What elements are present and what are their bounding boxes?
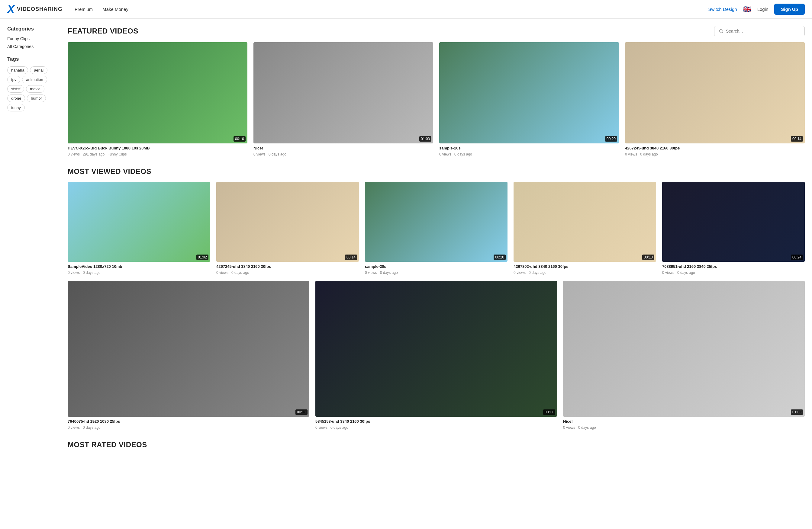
mv-duration-2: 00:14 bbox=[345, 254, 357, 260]
signup-button[interactable]: Sign Up bbox=[774, 4, 805, 15]
main-nav: Premium Make Money bbox=[75, 6, 708, 12]
mv-video-2[interactable]: 00:14 4267245-uhd 3840 2160 30fps 0 view… bbox=[216, 182, 359, 275]
mv-duration-4: 00:13 bbox=[642, 254, 654, 260]
tag-drone[interactable]: drone bbox=[7, 94, 25, 102]
featured-video-2[interactable]: 01:03 Nice! 0 views 0 days ago bbox=[253, 42, 433, 157]
mv-video-4[interactable]: 00:13 4267802-uhd 3840 2160 30fps 0 view… bbox=[513, 182, 656, 275]
tag-humor[interactable]: humor bbox=[27, 94, 46, 102]
featured-video-1[interactable]: 00:10 HEVC-X265-Big Buck Bunny 1080 10s … bbox=[68, 42, 247, 157]
featured-views-4: 0 views bbox=[625, 152, 637, 157]
featured-views-2: 0 views bbox=[253, 152, 265, 157]
most-rated-section: MOST RATED VIDEOS bbox=[68, 441, 805, 449]
tag-aerial[interactable]: aerial bbox=[30, 67, 47, 74]
tag-animation[interactable]: animation bbox=[22, 76, 47, 83]
mv-title-8: Nice! bbox=[563, 419, 805, 424]
mv-meta-1: 0 views 0 days ago bbox=[68, 270, 210, 275]
mv-thumb-5: 00:24 bbox=[662, 182, 805, 262]
mv-video-3[interactable]: 00:20 sample-20s 0 views 0 days ago bbox=[365, 182, 508, 275]
featured-ago-3: 0 days ago bbox=[454, 152, 472, 157]
mv-thumb-4: 00:13 bbox=[513, 182, 656, 262]
featured-meta-3: 0 views 0 days ago bbox=[439, 152, 619, 157]
featured-duration-3: 00:20 bbox=[605, 136, 617, 142]
featured-ago-2: 0 days ago bbox=[269, 152, 286, 157]
logo[interactable]: X VIDEOSHARING bbox=[7, 4, 62, 15]
login-button[interactable]: Login bbox=[757, 6, 768, 12]
featured-title-1: HEVC-X265-Big Buck Bunny 1080 10s 20MB bbox=[68, 146, 247, 151]
search-input[interactable] bbox=[726, 29, 800, 33]
featured-views-1: 0 views bbox=[68, 152, 80, 157]
featured-views-3: 0 views bbox=[439, 152, 451, 157]
featured-duration-1: 00:10 bbox=[233, 136, 246, 142]
mv-views-3: 0 views bbox=[365, 270, 377, 275]
featured-ago-1: 291 days ago bbox=[83, 152, 104, 157]
mv-title-1: SampleVideo 1280x720 10mb bbox=[68, 264, 210, 269]
mv-video-7[interactable]: 00:11 5845158-uhd 3840 2160 30fps 0 view… bbox=[315, 281, 557, 430]
featured-title-4: 4267245-uhd 3840 2160 30fps bbox=[625, 146, 805, 151]
language-flag-icon[interactable]: 🇬🇧 bbox=[743, 5, 751, 13]
mv-meta-6: 0 views 0 days ago bbox=[68, 425, 309, 430]
mv-ago-7: 0 days ago bbox=[331, 425, 348, 430]
tag-funny[interactable]: funny bbox=[7, 104, 25, 112]
mv-duration-8: 01:03 bbox=[791, 409, 803, 415]
mv-title-3: sample-20s bbox=[365, 264, 508, 269]
featured-meta-4: 0 views 0 days ago bbox=[625, 152, 805, 157]
most-viewed-title: MOST VIEWED VIDEOS bbox=[68, 167, 805, 176]
mv-views-4: 0 views bbox=[513, 270, 526, 275]
mv-title-4: 4267802-uhd 3840 2160 30fps bbox=[513, 264, 656, 269]
mv-views-6: 0 views bbox=[68, 425, 80, 430]
mv-ago-6: 0 days ago bbox=[83, 425, 101, 430]
featured-meta-1: 0 views 291 days ago Funny Clips bbox=[68, 152, 247, 157]
mv-ago-4: 0 days ago bbox=[528, 270, 547, 275]
mv-views-5: 0 views bbox=[662, 270, 674, 275]
mv-ago-8: 0 days ago bbox=[578, 425, 596, 430]
mv-ago-2: 0 days ago bbox=[231, 270, 249, 275]
most-viewed-row2: 00:11 7640075-hd 1920 1080 25fps 0 views… bbox=[68, 281, 805, 430]
most-viewed-row1: 01:02 SampleVideo 1280x720 10mb 0 views … bbox=[68, 182, 805, 275]
featured-header: FEATURED VIDEOS bbox=[68, 26, 805, 36]
tag-movie[interactable]: movie bbox=[26, 85, 44, 93]
nav-premium[interactable]: Premium bbox=[75, 6, 93, 12]
mv-video-8[interactable]: 01:03 Nice! 0 views 0 days ago bbox=[563, 281, 805, 430]
featured-video-4[interactable]: 00:14 4267245-uhd 3840 2160 30fps 0 view… bbox=[625, 42, 805, 157]
featured-duration-4: 00:14 bbox=[791, 136, 803, 142]
mv-video-1[interactable]: 01:02 SampleVideo 1280x720 10mb 0 views … bbox=[68, 182, 210, 275]
tag-fpv[interactable]: fpv bbox=[7, 76, 20, 83]
mv-views-8: 0 views bbox=[563, 425, 575, 430]
sidebar-item-all-categories[interactable]: All Categories bbox=[7, 44, 62, 49]
mv-meta-4: 0 views 0 days ago bbox=[513, 270, 656, 275]
mv-views-2: 0 views bbox=[216, 270, 228, 275]
mv-title-2: 4267245-uhd 3840 2160 30fps bbox=[216, 264, 359, 269]
tag-hahaha[interactable]: hahaha bbox=[7, 67, 28, 74]
featured-title: FEATURED VIDEOS bbox=[68, 27, 139, 35]
tags-section: Tags hahaha aerial fpv animation sfsfsf … bbox=[7, 56, 62, 112]
mv-video-5[interactable]: 00:24 7088951-uhd 2160 3840 25fps 0 view… bbox=[662, 182, 805, 275]
mv-video-6[interactable]: 00:11 7640075-hd 1920 1080 25fps 0 views… bbox=[68, 281, 309, 430]
mv-meta-7: 0 views 0 days ago bbox=[315, 425, 557, 430]
search-box bbox=[714, 26, 805, 36]
featured-video-3[interactable]: 00:20 sample-20s 0 views 0 days ago bbox=[439, 42, 619, 157]
switch-design-link[interactable]: Switch Design bbox=[708, 6, 737, 12]
mv-meta-8: 0 views 0 days ago bbox=[563, 425, 805, 430]
sidebar-item-funny-clips[interactable]: Funny Clips bbox=[7, 36, 62, 41]
mv-title-6: 7640075-hd 1920 1080 25fps bbox=[68, 419, 309, 424]
nav-make-money[interactable]: Make Money bbox=[102, 6, 128, 12]
featured-thumb-4: 00:14 bbox=[625, 42, 805, 144]
logo-text: VIDEOSHARING bbox=[17, 6, 62, 12]
mv-thumb-8: 01:03 bbox=[563, 281, 805, 417]
mv-meta-2: 0 views 0 days ago bbox=[216, 270, 359, 275]
mv-thumb-1: 01:02 bbox=[68, 182, 210, 262]
mv-views-1: 0 views bbox=[68, 270, 80, 275]
featured-video-grid: 00:10 HEVC-X265-Big Buck Bunny 1080 10s … bbox=[68, 42, 805, 157]
mv-duration-1: 01:02 bbox=[197, 254, 208, 260]
tags-title: Tags bbox=[7, 56, 62, 62]
featured-title-3: sample-20s bbox=[439, 146, 619, 151]
featured-ago-4: 0 days ago bbox=[640, 152, 658, 157]
most-viewed-section: MOST VIEWED VIDEOS 01:02 SampleVideo 128… bbox=[68, 167, 805, 430]
mv-thumb-7: 00:11 bbox=[315, 281, 557, 417]
featured-thumb-2: 01:03 bbox=[253, 42, 433, 144]
mv-duration-5: 00:24 bbox=[791, 254, 803, 260]
tag-sfsfsf[interactable]: sfsfsf bbox=[7, 85, 24, 93]
categories-title: Categories bbox=[7, 26, 62, 32]
main-content: FEATURED VIDEOS 00:10 HEVC-X265-Big Buck… bbox=[68, 26, 805, 449]
mv-duration-7: 00:11 bbox=[543, 409, 555, 415]
